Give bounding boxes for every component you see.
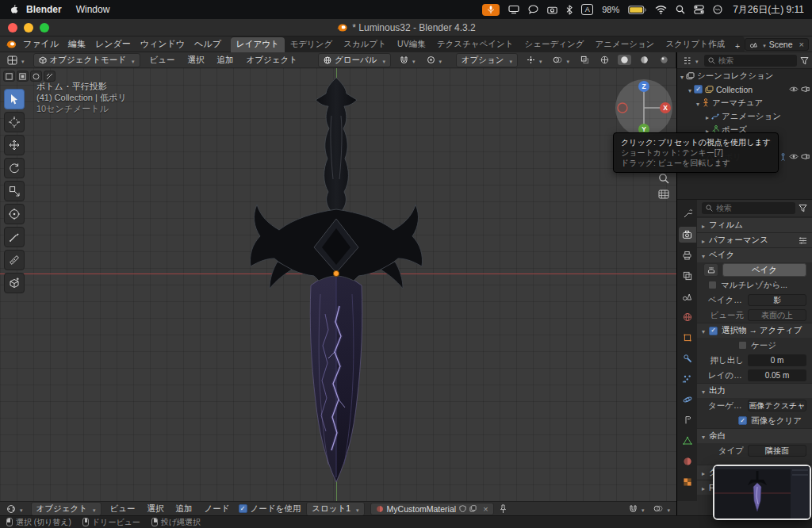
tab-shading[interactable]: シェーディング [519, 37, 589, 52]
menu-file[interactable]: ファイル [18, 38, 63, 50]
shader-menu-add[interactable]: 追加 [173, 503, 196, 515]
tab-texture-properties[interactable] [679, 474, 696, 490]
preset-menu-icon[interactable] [799, 237, 807, 244]
control-center-icon[interactable] [694, 5, 704, 14]
filter-icon[interactable] [799, 204, 807, 212]
shader-menu-node[interactable]: ノード [201, 503, 233, 515]
outliner-row-scene-collection[interactable]: シーンコレクション [677, 69, 812, 82]
tool-transform[interactable] [4, 204, 25, 224]
cage-row[interactable]: ケージ [697, 338, 812, 353]
shading-rendered[interactable] [657, 55, 671, 65]
sword-model[interactable] [0, 68, 676, 501]
outliner-row-animation[interactable]: アニメーション [677, 109, 812, 123]
tab-tool[interactable] [679, 206, 696, 222]
tool-measure[interactable] [4, 250, 25, 270]
clear-image-checkbox[interactable] [738, 416, 747, 425]
shader-menu-view[interactable]: ビュー [107, 503, 139, 515]
chat-icon[interactable] [528, 5, 538, 14]
tab-modifier-properties[interactable] [679, 350, 696, 366]
zoom-control-icon[interactable] [658, 173, 669, 184]
eye-icon[interactable] [789, 153, 799, 160]
viewport-menu-add[interactable]: 追加 [214, 55, 237, 66]
menu-bar-clock[interactable]: 7月26日(土) 9:11 [733, 3, 804, 17]
siri-icon[interactable] [713, 5, 722, 14]
tab-uv-editing[interactable]: UV編集 [392, 37, 431, 52]
apple-menu-icon[interactable] [8, 4, 18, 15]
properties-search[interactable] [702, 202, 795, 214]
xray-toggle[interactable] [578, 55, 592, 65]
bake-type-dropdown[interactable]: 影 [748, 294, 806, 306]
snap-toggle[interactable] [397, 55, 418, 66]
3d-viewport[interactable]: オブジェクトモード ビュー 選択 追加 オブジェクト グローバル オプション [0, 52, 676, 501]
tab-world-properties[interactable] [679, 309, 696, 325]
bake-icon-button[interactable] [703, 263, 718, 277]
tool-move[interactable] [4, 135, 25, 155]
tab-constraint-properties[interactable] [679, 412, 696, 428]
eye-icon[interactable] [789, 86, 799, 93]
material-slot-selector[interactable]: スロット1 [306, 502, 364, 516]
toggle-icon-1[interactable] [3, 71, 15, 82]
render-camera-icon[interactable] [801, 86, 810, 93]
tab-output-properties[interactable] [679, 247, 696, 263]
tab-sculpt[interactable]: スカルプト [338, 37, 392, 52]
viewport-menu-object[interactable]: オブジェクト [243, 55, 301, 66]
outliner-search-input[interactable] [718, 56, 793, 65]
panel-performance[interactable]: パフォーマンス [697, 232, 812, 247]
camera-view-icon[interactable] [658, 189, 669, 199]
properties-search-input[interactable] [716, 204, 791, 212]
add-workspace-button[interactable]: + [730, 40, 745, 52]
show-overlays-toggle[interactable] [550, 55, 572, 66]
armature-modifier-icon[interactable] [779, 153, 787, 161]
input-source-icon[interactable]: A [581, 4, 593, 15]
use-nodes-toggle[interactable]: ノードを使用 [239, 503, 301, 515]
tab-object-properties[interactable] [679, 330, 696, 346]
fake-user-shield-icon[interactable] [459, 505, 466, 512]
bake-button[interactable]: ベイク [722, 263, 806, 277]
traffic-light-minimize[interactable] [24, 23, 33, 33]
blender-app-icon[interactable] [5, 40, 17, 49]
clear-image-row[interactable]: 画像をクリア [697, 413, 812, 428]
panel-bake[interactable]: ベイク [697, 247, 812, 262]
tab-view-layer-properties[interactable] [679, 268, 696, 284]
camera-icon[interactable] [547, 6, 557, 14]
margin-type-dropdown[interactable]: 隣接面 [748, 445, 806, 457]
tab-scripting[interactable]: スクリプト作成 [660, 37, 730, 52]
editor-type-dropdown[interactable] [5, 55, 27, 66]
menu-help[interactable]: ヘルプ [190, 38, 226, 50]
selected-to-active-checkbox[interactable] [709, 327, 718, 335]
view-from-dropdown[interactable]: 表面の上 [748, 309, 806, 321]
app-menu-blender[interactable]: Blender [20, 4, 68, 15]
extrusion-value-field[interactable]: 0 m [748, 354, 806, 366]
cage-checkbox[interactable] [738, 341, 747, 350]
menu-window[interactable]: ウィンドウ [136, 38, 190, 50]
toggle-icon-2[interactable] [17, 71, 29, 82]
tool-add-primitive[interactable] [4, 273, 25, 293]
toggle-icon-4[interactable] [44, 71, 56, 82]
show-gizmo-toggle[interactable] [524, 55, 545, 66]
tab-scene-properties[interactable] [679, 289, 696, 304]
shading-material-preview[interactable] [638, 55, 651, 65]
shader-mode-selector[interactable]: オブジェクト [31, 502, 102, 516]
snap-node-icon[interactable] [626, 503, 647, 515]
from-multires-checkbox[interactable] [708, 281, 717, 289]
mode-selector[interactable]: オブジェクトモード [33, 53, 140, 67]
spotlight-search-icon[interactable] [676, 5, 685, 14]
tool-cursor[interactable] [4, 112, 25, 132]
outliner-row-armature[interactable]: アーマチュア [677, 96, 812, 109]
shading-wireframe[interactable] [598, 55, 611, 65]
unlink-material-icon[interactable] [480, 504, 488, 514]
transform-orientation-selector[interactable]: グローバル [318, 53, 391, 67]
viewport-canvas[interactable]: ボトム・平行投影 (41) Collection | 低ポリ 10センチメートル [0, 68, 676, 501]
target-dropdown[interactable]: 画像テクスチャ [748, 400, 806, 411]
navigation-gizmo[interactable]: Z X Y [615, 79, 672, 136]
traffic-light-close[interactable] [8, 23, 17, 33]
tool-rotate[interactable] [4, 158, 25, 178]
tab-texture-paint[interactable]: テクスチャペイント [431, 37, 519, 52]
options-dropdown[interactable]: オプション [456, 53, 518, 67]
panel-film[interactable]: フィルム [697, 217, 812, 232]
panel-output[interactable]: 出力 [697, 383, 812, 398]
bluetooth-icon[interactable] [566, 5, 573, 15]
outliner-editor-type-dropdown[interactable] [680, 55, 701, 66]
scene-selector[interactable]: Scene [745, 38, 809, 51]
tab-animation[interactable]: アニメーション [589, 37, 660, 52]
